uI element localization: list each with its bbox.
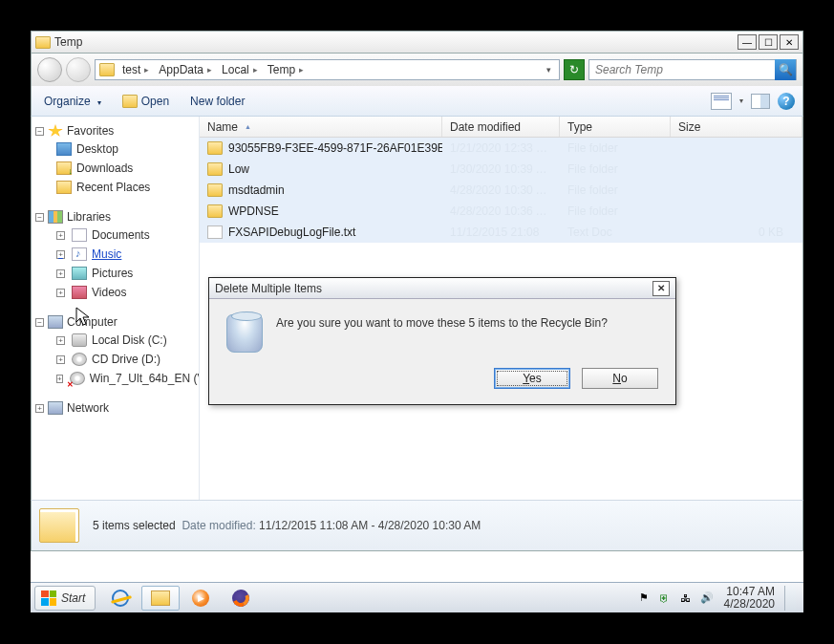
open-button[interactable]: Open [118, 92, 174, 111]
file-date: 1/30/2020 10:39 AM [442, 162, 560, 176]
file-name: msdtadmin [228, 183, 285, 197]
navigation-pane: − Favorites Desktop Downloads Recent Pla… [32, 117, 200, 500]
new-folder-button[interactable]: New folder [185, 92, 249, 111]
expand-icon[interactable]: + [56, 269, 65, 278]
favorites-recent[interactable]: Recent Places [35, 178, 195, 197]
documents-icon [72, 228, 87, 242]
address-dropdown[interactable]: ▾ [543, 65, 555, 75]
tray-flag-icon[interactable]: ⚑ [636, 590, 652, 606]
collapse-icon[interactable]: − [35, 318, 44, 327]
view-options-button[interactable] [711, 93, 732, 110]
expand-icon[interactable]: + [56, 375, 63, 383]
dialog-close-button[interactable]: ✕ [652, 281, 670, 296]
file-name: Low [228, 162, 249, 176]
drive-c[interactable]: +Local Disk (C:) [35, 331, 195, 350]
column-type[interactable]: Type [560, 117, 671, 137]
minimize-button[interactable]: — [738, 34, 757, 50]
search-box[interactable]: 🔍 [588, 59, 797, 80]
library-music[interactable]: +Music [35, 245, 195, 264]
file-date: 11/12/2015 21:08 [442, 225, 560, 239]
folder-icon [99, 63, 115, 76]
file-row[interactable]: Low1/30/2020 10:39 AMFile folder [200, 159, 802, 180]
explorer-icon [151, 590, 170, 606]
folder-open-icon [122, 95, 138, 108]
column-date[interactable]: Date modified [442, 117, 560, 137]
libraries-group[interactable]: − Libraries [35, 208, 195, 225]
selection-summary: 5 items selected [93, 519, 176, 532]
column-size[interactable]: Size [671, 117, 802, 137]
breadcrumb-segment[interactable]: AppData [155, 63, 216, 76]
window-titlebar: Temp — ☐ ✕ [31, 31, 803, 54]
tray-shield-icon[interactable]: ⛨ [657, 590, 673, 606]
expand-icon[interactable]: + [56, 355, 65, 364]
expand-icon[interactable]: + [35, 404, 44, 413]
file-row[interactable]: FXSAPIDebugLogFile.txt11/12/2015 21:08Te… [200, 222, 802, 243]
maximize-button[interactable]: ☐ [759, 34, 778, 50]
date-modified-value: 11/12/2015 11:08 AM - 4/28/2020 10:30 AM [259, 519, 481, 532]
collapse-icon[interactable]: − [35, 213, 44, 222]
favorites-downloads[interactable]: Downloads [35, 159, 195, 178]
ie-icon [112, 590, 129, 607]
breadcrumb-segment[interactable]: Temp [264, 63, 308, 76]
show-desktop-button[interactable] [784, 586, 796, 611]
tray-volume-icon[interactable]: 🔊 [699, 590, 715, 606]
file-type: File folder [560, 141, 671, 155]
favorites-desktop[interactable]: Desktop [35, 140, 195, 159]
library-pictures[interactable]: +Pictures [35, 264, 195, 283]
drive-v[interactable]: +Win_7_Ult_64b_EN (V [35, 369, 195, 388]
command-bar: Organize Open New folder ▾ ? [31, 86, 803, 117]
help-button[interactable]: ? [778, 93, 795, 110]
breadcrumb-segment[interactable]: test [118, 63, 153, 76]
taskbar-firefox[interactable] [222, 586, 260, 611]
taskbar-explorer[interactable] [141, 586, 180, 611]
taskbar-wmp[interactable]: ▶ [182, 586, 220, 611]
file-row[interactable]: msdtadmin4/28/2020 10:30 AMFile folder [200, 180, 802, 201]
tray-clock[interactable]: 10:47 AM 4/28/2020 [720, 586, 779, 611]
folder-icon [35, 36, 51, 49]
expand-icon[interactable]: + [56, 231, 65, 240]
libraries-icon [48, 210, 63, 224]
file-date: 1/21/2020 12:33 PM [442, 141, 560, 155]
no-button[interactable]: No [582, 368, 658, 389]
organize-button[interactable]: Organize [39, 92, 106, 111]
column-name[interactable]: Name [200, 117, 442, 137]
forward-button[interactable] [66, 57, 91, 82]
back-button[interactable] [37, 57, 62, 82]
file-row[interactable]: 93055FB9-F3EE-4599-871F-26AF01E39EE81/21… [200, 138, 802, 159]
network-group[interactable]: + Network [35, 399, 195, 417]
close-button[interactable]: ✕ [780, 34, 799, 50]
cd-icon [72, 353, 87, 366]
drive-d[interactable]: +CD Drive (D:) [35, 350, 195, 369]
firefox-icon [232, 590, 249, 607]
computer-group[interactable]: − Computer [35, 313, 195, 331]
dialog-title: Delete Multiple Items [215, 282, 322, 295]
collapse-icon[interactable]: − [35, 127, 44, 136]
expand-icon[interactable]: + [56, 250, 65, 259]
file-date: 4/28/2020 10:36 AM [442, 204, 560, 218]
file-icon [207, 225, 223, 239]
taskbar: Start ▶ ⚑ ⛨ 🖧 🔊 10:47 AM 4/28/2020 [31, 582, 803, 612]
taskbar-ie[interactable] [101, 586, 139, 611]
start-button[interactable]: Start [34, 586, 96, 611]
file-row[interactable]: WPDNSE4/28/2020 10:36 AMFile folder [200, 201, 802, 222]
favorites-group[interactable]: − Favorites [35, 122, 195, 140]
column-headers: Name Date modified Type Size [200, 117, 802, 138]
file-type: File folder [560, 162, 671, 176]
refresh-button[interactable]: ↻ [564, 59, 585, 80]
disk-icon [72, 333, 87, 347]
library-videos[interactable]: +Videos [35, 283, 195, 302]
address-bar[interactable]: test AppData Local Temp ▾ [95, 59, 560, 80]
wmp-icon: ▶ [192, 590, 209, 607]
library-documents[interactable]: +Documents [35, 225, 195, 245]
preview-pane-button[interactable] [751, 94, 770, 109]
yes-button[interactable]: Yes [494, 368, 570, 389]
search-input[interactable] [589, 63, 775, 76]
cd-error-icon [70, 372, 85, 385]
tray-network-icon[interactable]: 🖧 [678, 590, 694, 606]
search-button[interactable]: 🔍 [775, 59, 796, 80]
breadcrumb-segment[interactable]: Local [218, 63, 262, 76]
expand-icon[interactable]: + [56, 336, 65, 345]
folder-icon [207, 183, 223, 197]
computer-icon [48, 315, 63, 329]
expand-icon[interactable]: + [56, 289, 65, 297]
